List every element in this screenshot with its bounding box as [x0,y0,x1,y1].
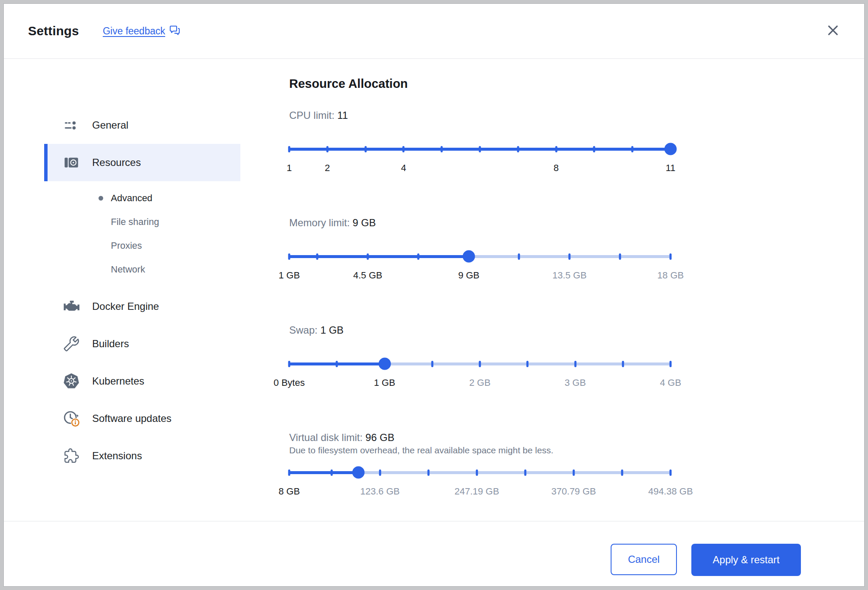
cpu-slider-handle[interactable] [665,143,677,155]
swap-slider-track-row[interactable] [289,356,671,371]
sidebar-item-label: Network [111,264,145,275]
memory-slider-caption: Memory limit: 9 GB [289,217,671,229]
memory-slider-tick [670,253,672,260]
sidebar-item-label: Kubernetes [92,375,144,387]
swap-slider-tick [479,361,481,367]
memory-axis-label: 13.5 GB [552,270,587,281]
give-feedback-link[interactable]: Give feedback [103,24,180,38]
memory-slider-section: Memory limit: 9 GB1 GB4.5 GB9 GB13.5 GB1… [289,217,671,281]
disk-slider-caption: Virtual disk limit: 96 GB [289,432,671,444]
swap-slider-tick [574,361,576,367]
memory-slider-track-row[interactable] [289,249,671,264]
disk-axis-label: 494.38 GB [648,486,693,497]
disk-slider-tick [476,469,478,476]
cpu-slider-tick [326,146,328,152]
sidebar-item-file-sharing[interactable]: File sharing [44,210,240,234]
disk-slider-section: Virtual disk limit: 96 GBDue to filesyst… [289,432,671,497]
swap-slider-tick [288,361,290,367]
cpu-slider-tick [517,146,519,152]
sidebar-item-network[interactable]: Network [44,258,240,281]
wrench-icon [63,336,80,351]
disk-slider-value: 96 GB [366,432,395,443]
sidebar-item-extensions[interactable]: Extensions [44,437,240,475]
sidebar-item-label: Extensions [92,450,142,462]
swap-slider-value: 1 GB [320,324,344,336]
memory-slider-tick [518,253,520,260]
sidebar-item-label: Docker Engine [92,301,159,312]
sliders-container: CPU limit: 11124811Memory limit: 9 GB1 G… [289,110,864,497]
memory-slider-axis: 1 GB4.5 GB9 GB13.5 GB18 GB [289,270,671,281]
disk-axis-label: 247.19 GB [454,486,499,497]
dialog-footer: Cancel Apply & restart [4,521,864,586]
swap-slider-axis: 0 Bytes1 GB2 GB3 GB4 GB [289,377,671,388]
swap-axis-label: 4 GB [660,377,681,388]
cpu-slider-tick [364,146,366,152]
cpu-slider-tick [403,146,405,152]
cpu-slider-caption: CPU limit: 11 [289,110,671,121]
close-button[interactable] [823,22,842,40]
cpu-slider-label: CPU limit: [289,110,335,121]
disk-slider-track-row[interactable] [289,465,671,480]
close-icon [826,23,840,39]
disk-slider-handle[interactable] [352,466,364,479]
disk-slider-tick [379,469,381,476]
swap-slider-tick [527,361,529,367]
disk-slider-tick [572,469,575,476]
cpu-slider-axis: 124811 [289,163,671,174]
sidebar-item-builders[interactable]: Builders [44,325,240,362]
swap-slider-label: Swap: [289,324,318,336]
memory-slider-tick [569,253,571,260]
cpu-slider-tick [441,146,443,152]
swap-slider-tick [670,361,672,367]
cancel-button[interactable]: Cancel [611,544,677,575]
memory-axis-label: 9 GB [458,270,479,281]
memory-axis-label: 18 GB [657,270,684,281]
swap-slider-tick [622,361,624,367]
disk-slider-track-fill [289,471,358,474]
sidebar-item-label: Builders [92,338,129,350]
settings-sidebar: GeneralResourcesAdvancedFile sharingProx… [4,59,240,521]
sidebar-item-advanced[interactable]: Advanced [44,186,240,210]
memory-axis-label: 4.5 GB [353,270,382,281]
sidebar-item-general[interactable]: General [44,107,240,144]
give-feedback-label: Give feedback [103,25,165,37]
sidebar-item-software-updates[interactable]: Software updates [44,400,240,437]
cpu-slider-value: 11 [337,110,348,121]
memory-slider-handle[interactable] [462,250,475,263]
cpu-axis-label: 1 [287,163,292,174]
swap-slider-caption: Swap: 1 GB [289,324,671,336]
sidebar-item-kubernetes[interactable]: Kubernetes [44,362,240,400]
puzzle-icon [63,448,80,464]
swap-slider-handle[interactable] [378,358,391,370]
cpu-slider-tick [631,146,634,152]
cpu-slider-tick [288,146,290,152]
sidebar-item-docker-engine[interactable]: Docker Engine [44,288,240,325]
disk-slider-tick [670,469,672,476]
settings-dialog: Settings Give feedback GeneralResourcesA… [3,3,865,587]
disk-slider-tick [621,469,623,476]
disk-slider-tick [330,469,333,476]
swap-slider-tick [336,361,338,367]
clock-update-icon [63,410,80,427]
disk-slider-tick [427,469,429,476]
cpu-slider-track-row[interactable] [289,141,671,157]
sidebar-item-label: File sharing [111,216,159,228]
disk-slider-note: Due to filesystem overhead, the real ava… [289,445,671,456]
sidebar-item-label: General [92,119,128,131]
disk-axis-label: 8 GB [279,486,300,497]
cpu-slider-section: CPU limit: 11124811 [289,110,671,174]
sidebar-item-resources[interactable]: Resources [44,144,240,181]
swap-axis-label: 2 GB [469,377,490,388]
swap-axis-label: 1 GB [374,377,395,388]
disk-slider-tick [288,469,290,476]
swap-axis-label: 3 GB [564,377,586,388]
disk-axis-label: 370.79 GB [551,486,596,497]
cpu-axis-label: 11 [666,163,676,174]
cpu-slider-tick [555,146,557,152]
sidebar-item-proxies[interactable]: Proxies [44,234,240,258]
page-title: Resource Allocation [289,77,864,91]
feedback-bubbles-icon [169,24,180,38]
memory-axis-label: 1 GB [279,270,300,281]
apply-restart-button[interactable]: Apply & restart [691,544,801,576]
disk-axis-label: 123.6 GB [360,486,400,497]
